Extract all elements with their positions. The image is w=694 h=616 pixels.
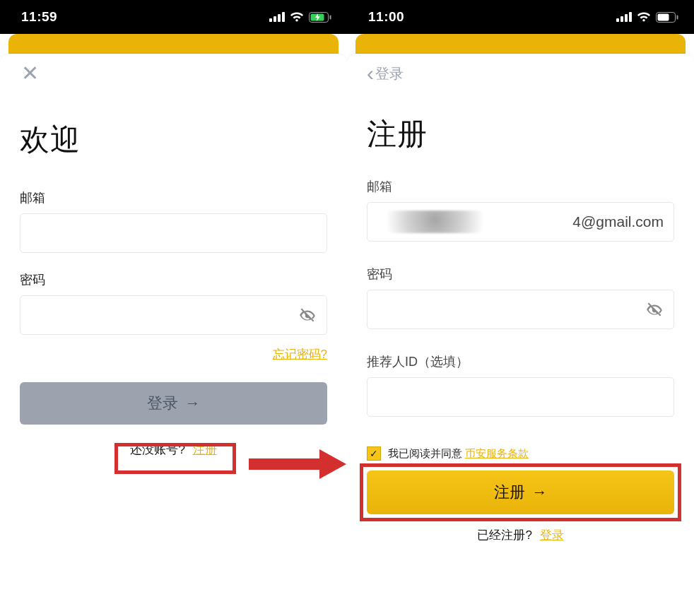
email-label: 邮箱 [367,178,674,195]
email-tail: 4@gmail.com [572,213,664,230]
eye-off-icon[interactable] [645,300,664,319]
forgot-password-row: 忘记密码? [20,346,327,362]
svg-rect-7 [616,18,619,22]
wifi-icon [290,12,304,22]
check-icon: ✓ [370,448,378,459]
status-time: 11:59 [21,9,57,25]
chevron-left-icon: ‹ [367,63,374,84]
back-button[interactable]: ‹ 登录 [367,63,404,84]
signal-icon [616,12,632,22]
status-bar-right: 11:00 [347,0,694,34]
referrer-field[interactable] [367,377,674,417]
back-label: 登录 [375,64,404,83]
status-time: 11:00 [368,9,404,25]
register-screen: 11:00 ‹ 登录 注册 邮箱 [347,0,694,616]
login-screen: 11:59 ✕ 欢迎 邮箱 密码 [0,0,347,616]
terms-checkbox[interactable]: ✓ [367,446,381,461]
svg-rect-8 [621,16,623,22]
page-title: 注册 [367,114,674,154]
wifi-icon [637,12,651,22]
password-label: 密码 [367,266,674,283]
referrer-label: 推荐人ID（选填） [367,353,674,370]
status-indicators [269,12,331,23]
signal-icon [269,12,285,22]
svg-rect-3 [282,12,285,22]
terms-text: 我已阅读并同意 币安服务条款 [388,447,529,461]
status-indicators [616,12,678,23]
svg-rect-0 [269,18,272,22]
email-label: 邮箱 [20,189,327,206]
register-button-label: 注册 [494,482,525,503]
svg-rect-6 [330,15,331,19]
password-field[interactable] [20,295,327,335]
svg-rect-9 [625,14,628,22]
email-field[interactable] [20,213,327,253]
terms-row: ✓ 我已阅读并同意 币安服务条款 [367,446,674,461]
already-text: 已经注册? [477,528,531,542]
terms-link[interactable]: 币安服务条款 [465,447,529,459]
page-title: 欢迎 [20,120,327,160]
email-field[interactable]: 4@gmail.com [367,202,674,242]
svg-rect-12 [658,13,669,20]
eye-off-icon[interactable] [298,306,317,324]
register-prompt: 还没账号? 注册 [20,442,327,458]
arrow-right-icon: → [185,394,201,413]
svg-rect-1 [274,16,276,22]
svg-rect-10 [629,12,632,22]
forgot-password-link[interactable]: 忘记密码? [273,348,327,361]
login-prompt: 已经注册? 登录 [367,527,674,543]
battery-charging-icon [309,12,331,23]
password-field[interactable] [367,290,674,329]
svg-rect-2 [278,14,281,22]
register-sheet: ‹ 登录 注册 邮箱 4@gmail.com 密码 [347,54,694,616]
login-sheet: ✕ 欢迎 邮箱 密码 忘记密码? 登录 → 还没账号? [0,54,347,616]
register-button[interactable]: 注册 → [367,470,674,514]
no-account-text: 还没账号? [130,443,184,456]
login-link[interactable]: 登录 [540,528,564,542]
close-icon[interactable]: ✕ [20,63,39,84]
login-button[interactable]: 登录 → [20,382,327,425]
svg-rect-13 [677,15,678,19]
password-label: 密码 [20,271,327,288]
login-button-label: 登录 [147,393,178,414]
arrow-right-icon: → [532,483,548,502]
email-value-censored: 4@gmail.com [377,203,664,241]
battery-icon [656,12,678,23]
status-bar-left: 11:59 [0,0,347,34]
register-link[interactable]: 注册 [193,443,217,456]
